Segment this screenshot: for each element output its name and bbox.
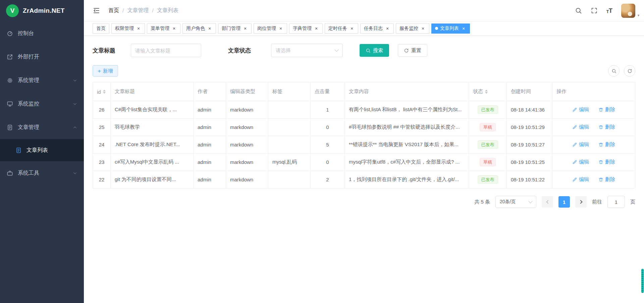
cell-title: git 为不同的项目设置不同... [111, 171, 194, 188]
tab-article-list[interactable]: 文章列表 [431, 24, 470, 34]
column-header-tags: 标签 [268, 82, 311, 101]
sidebar-item-dashboard[interactable]: 控制台 [0, 21, 84, 45]
edit-button[interactable]: 编辑 [572, 141, 589, 148]
tab-task-log[interactable]: 任务日志 [360, 24, 394, 34]
edit-icon [572, 177, 577, 182]
sidebar-item-label: 系统管理 [18, 77, 39, 84]
cell-created: 08-19 10:51:25 [507, 154, 552, 171]
column-header-status[interactable]: 状态 [469, 82, 507, 101]
logo-icon: V [6, 4, 19, 17]
delete-icon [598, 177, 603, 182]
page-size-select[interactable]: 20条/页 [495, 196, 536, 208]
sidebar-item-system-management[interactable]: 系统管理 [0, 69, 84, 92]
menu-fold-icon[interactable] [93, 7, 100, 14]
search-icon[interactable] [575, 7, 582, 14]
status-badge: 草稿 [480, 123, 496, 131]
sidebar-item-article-list[interactable]: 文章列表 [0, 139, 84, 161]
cell-status: 草稿 [469, 154, 507, 171]
tab-permission-management[interactable]: 权限管理 [111, 24, 145, 34]
sidebar-item-external-open[interactable]: 外部打开 [0, 45, 84, 69]
sidebar-item-system-tools[interactable]: 系统工具 [0, 161, 84, 185]
toolbox-icon [7, 170, 13, 176]
right-toolbar [608, 65, 635, 77]
app-root: V ZrAdmin.NET 控制台 外部打开 系统管理 [0, 0, 644, 303]
refresh-icon [627, 69, 632, 74]
tab-dictionary-management[interactable]: 字典管理 [289, 24, 323, 34]
add-button[interactable]: 新增 [93, 65, 118, 77]
tab-menu-management[interactable]: 菜单管理 [147, 24, 180, 34]
tab-home[interactable]: 首页 [93, 24, 109, 34]
reset-button[interactable]: 重置 [398, 44, 427, 57]
page-number-button[interactable]: 1 [558, 196, 570, 208]
goto-page-input[interactable] [607, 196, 625, 208]
close-icon[interactable] [461, 26, 466, 31]
delete-button[interactable]: 删除 [598, 159, 615, 165]
delete-button[interactable]: 删除 [598, 141, 615, 148]
avatar[interactable] [621, 4, 635, 18]
sort-icon[interactable] [103, 90, 106, 94]
cell-author: admin [194, 119, 226, 136]
edit-button[interactable]: 编辑 [572, 159, 589, 165]
close-icon[interactable] [207, 26, 212, 31]
sidebar-item-label: 外部打开 [18, 53, 39, 60]
breadcrumb-home[interactable]: 首页 [108, 7, 119, 14]
status-badge: 已发布 [478, 105, 498, 114]
caret-down-icon[interactable] [637, 14, 640, 17]
column-header-actions: 操作 [552, 82, 635, 101]
close-icon[interactable] [136, 26, 141, 31]
close-icon[interactable] [171, 26, 177, 31]
article-status-select[interactable]: 请选择 [271, 44, 343, 57]
tab-scheduled-task[interactable]: 定时任务 [325, 24, 358, 34]
next-page-button[interactable] [575, 196, 587, 208]
tags-view-bar: 首页 权限管理 菜单管理 用户角色 部门管理 岗位管理 [84, 21, 644, 36]
table-header-row: id 文章标题 作者 编辑器类型 标签 点击量 文章内容 状态 创建时间 操作 [93, 82, 635, 101]
font-size-icon[interactable] [606, 8, 612, 14]
cell-clicks: 1 [311, 101, 345, 119]
sidebar-item-article-management[interactable]: 文章管理 [0, 116, 84, 139]
app-logo[interactable]: V ZrAdmin.NET [0, 0, 84, 21]
scrollbar-thumb[interactable] [641, 269, 644, 293]
edit-button[interactable]: 编辑 [572, 176, 589, 183]
cell-tags: mysql,乱码 [268, 154, 311, 171]
edit-button[interactable]: 编辑 [572, 106, 589, 113]
cell-title: C#两个list集合实现关联，... [111, 101, 194, 119]
cell-content: 有两个list,listA 和listB， listA中有三个属性列为St... [345, 101, 469, 119]
tab-label: 文章列表 [440, 26, 459, 32]
select-placeholder: 请选择 [276, 47, 291, 54]
page-size-value: 20条/页 [500, 199, 516, 205]
prev-page-button[interactable] [542, 196, 553, 208]
refresh-table-button[interactable] [624, 65, 635, 77]
search-button[interactable]: 搜索 [360, 44, 389, 57]
close-icon[interactable] [243, 26, 248, 31]
delete-button[interactable]: 删除 [598, 124, 615, 130]
edit-icon [572, 142, 577, 147]
close-icon[interactable] [349, 26, 355, 31]
cell-title: 羽毛球教学 [111, 119, 194, 136]
article-title-input[interactable] [131, 44, 201, 57]
close-icon[interactable] [420, 26, 426, 31]
cell-author: admin [194, 136, 226, 154]
close-icon[interactable] [278, 26, 283, 31]
column-header-id[interactable]: id [93, 82, 111, 101]
breadcrumb-section[interactable]: 文章管理 [127, 7, 149, 14]
status-badge: 已发布 [478, 140, 498, 149]
delete-button[interactable]: 删除 [598, 176, 615, 183]
close-icon[interactable] [314, 26, 319, 31]
tab-department-management[interactable]: 部门管理 [218, 24, 252, 34]
tab-user-role[interactable]: 用户角色 [182, 24, 216, 34]
toggle-search-button[interactable] [608, 65, 620, 77]
cell-created: 08-19 10:51:22 [507, 171, 552, 188]
close-icon[interactable] [385, 26, 390, 31]
fullscreen-icon[interactable] [591, 7, 598, 14]
chevron-up-icon [73, 125, 77, 130]
sidebar-item-system-monitor[interactable]: 系统监控 [0, 92, 84, 116]
tab-service-monitor[interactable]: 服务监控 [396, 24, 429, 34]
edit-button[interactable]: 编辑 [572, 124, 589, 130]
sort-icon[interactable] [485, 90, 488, 94]
cell-actions: 编辑 删除 [552, 119, 635, 136]
chevron-left-icon [546, 200, 550, 204]
delete-button[interactable]: 删除 [598, 106, 615, 113]
edit-icon [572, 160, 577, 165]
tab-post-management[interactable]: 岗位管理 [254, 24, 287, 34]
tab-label: 任务日志 [364, 26, 383, 32]
